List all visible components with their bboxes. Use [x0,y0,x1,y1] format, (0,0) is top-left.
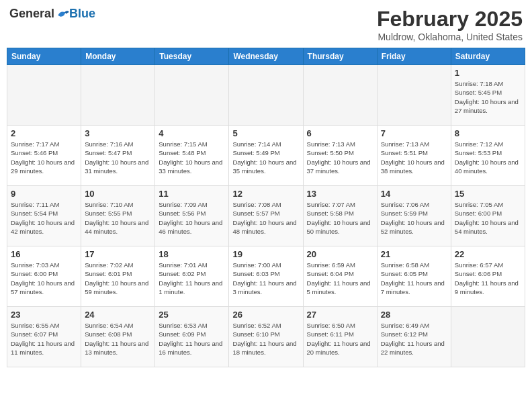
page-header: General Blue February 2025 Muldrow, Okla… [7,7,525,42]
day-number: 20 [307,249,373,259]
calendar-day-cell: 21Sunrise: 6:58 AM Sunset: 6:05 PM Dayli… [377,246,451,307]
calendar-week-row: 1Sunrise: 7:18 AM Sunset: 5:45 PM Daylig… [7,65,525,126]
calendar-day-cell: 2Sunrise: 7:17 AM Sunset: 5:46 PM Daylig… [7,126,81,186]
day-of-week-header: Saturday [451,48,525,65]
day-info: Sunrise: 7:17 AM Sunset: 5:46 PM Dayligh… [11,140,77,175]
calendar-header-row: SundayMondayTuesdayWednesdayThursdayFrid… [7,48,525,65]
day-number: 13 [307,189,373,199]
calendar-day-cell: 28Sunrise: 6:49 AM Sunset: 6:12 PM Dayli… [377,307,451,367]
calendar-day-cell: 8Sunrise: 7:12 AM Sunset: 5:53 PM Daylig… [451,126,525,186]
day-info: Sunrise: 7:07 AM Sunset: 5:58 PM Dayligh… [307,200,373,236]
day-info: Sunrise: 7:03 AM Sunset: 6:00 PM Dayligh… [11,261,77,296]
day-number: 1 [455,68,521,78]
day-number: 7 [381,128,447,138]
day-number: 26 [232,310,299,320]
calendar-day-cell: 7Sunrise: 7:13 AM Sunset: 5:51 PM Daylig… [377,126,451,186]
day-number: 5 [232,128,299,138]
day-number: 25 [159,310,225,320]
day-number: 14 [381,189,447,199]
calendar-table: SundayMondayTuesdayWednesdayThursdayFrid… [7,48,525,367]
calendar-day-cell: 15Sunrise: 7:05 AM Sunset: 6:00 PM Dayli… [451,186,525,246]
day-number: 6 [307,128,373,138]
month-title: February 2025 [377,7,523,32]
logo-bird-icon [56,7,69,21]
day-info: Sunrise: 7:01 AM Sunset: 6:02 PM Dayligh… [159,261,225,296]
day-number: 8 [455,128,521,138]
day-info: Sunrise: 6:53 AM Sunset: 6:09 PM Dayligh… [159,321,225,357]
day-of-week-header: Wednesday [229,48,303,65]
calendar-day-cell [81,65,155,126]
day-number: 11 [159,189,225,199]
calendar-day-cell: 23Sunrise: 6:55 AM Sunset: 6:07 PM Dayli… [7,307,81,367]
day-info: Sunrise: 6:50 AM Sunset: 6:11 PM Dayligh… [307,321,373,357]
calendar-day-cell: 17Sunrise: 7:02 AM Sunset: 6:01 PM Dayli… [81,246,155,307]
day-number: 2 [11,128,77,138]
day-number: 28 [381,310,447,320]
day-info: Sunrise: 6:59 AM Sunset: 6:04 PM Dayligh… [307,261,373,296]
day-info: Sunrise: 7:11 AM Sunset: 5:54 PM Dayligh… [11,200,77,236]
day-info: Sunrise: 7:06 AM Sunset: 5:59 PM Dayligh… [381,200,447,236]
calendar-day-cell: 19Sunrise: 7:00 AM Sunset: 6:03 PM Dayli… [229,246,303,307]
day-number: 12 [232,189,299,199]
calendar-day-cell: 1Sunrise: 7:18 AM Sunset: 5:45 PM Daylig… [451,65,525,126]
day-number: 19 [232,249,299,259]
day-info: Sunrise: 7:14 AM Sunset: 5:49 PM Dayligh… [232,140,299,175]
day-info: Sunrise: 7:12 AM Sunset: 5:53 PM Dayligh… [455,140,521,175]
calendar-week-row: 2Sunrise: 7:17 AM Sunset: 5:46 PM Daylig… [7,126,525,186]
day-number: 24 [85,310,151,320]
day-number: 18 [159,249,225,259]
day-number: 17 [85,249,151,259]
day-number: 27 [307,310,373,320]
day-number: 22 [455,249,521,259]
calendar-week-row: 9Sunrise: 7:11 AM Sunset: 5:54 PM Daylig… [7,186,525,246]
title-section: February 2025 Muldrow, Oklahoma, United … [377,7,523,42]
calendar-day-cell [229,65,303,126]
day-info: Sunrise: 7:16 AM Sunset: 5:47 PM Dayligh… [85,140,151,175]
calendar-day-cell [451,307,525,367]
calendar-day-cell: 11Sunrise: 7:09 AM Sunset: 5:56 PM Dayli… [155,186,229,246]
day-info: Sunrise: 6:54 AM Sunset: 6:08 PM Dayligh… [85,321,151,357]
calendar-day-cell [155,65,229,126]
calendar-day-cell: 22Sunrise: 6:57 AM Sunset: 6:06 PM Dayli… [451,246,525,307]
day-info: Sunrise: 7:02 AM Sunset: 6:01 PM Dayligh… [85,261,151,296]
logo-general-text: General [9,7,54,21]
calendar-week-row: 16Sunrise: 7:03 AM Sunset: 6:00 PM Dayli… [7,246,525,307]
day-info: Sunrise: 7:09 AM Sunset: 5:56 PM Dayligh… [159,200,225,236]
location-text: Muldrow, Oklahoma, United States [377,32,523,42]
calendar-day-cell: 5Sunrise: 7:14 AM Sunset: 5:49 PM Daylig… [229,126,303,186]
day-number: 4 [159,128,225,138]
day-info: Sunrise: 7:18 AM Sunset: 5:45 PM Dayligh… [455,79,521,115]
day-number: 3 [85,128,151,138]
calendar-day-cell: 18Sunrise: 7:01 AM Sunset: 6:02 PM Dayli… [155,246,229,307]
logo: General Blue [9,7,95,21]
calendar-day-cell: 26Sunrise: 6:52 AM Sunset: 6:10 PM Dayli… [229,307,303,367]
day-info: Sunrise: 6:55 AM Sunset: 6:07 PM Dayligh… [11,321,77,357]
calendar-day-cell: 4Sunrise: 7:15 AM Sunset: 5:48 PM Daylig… [155,126,229,186]
calendar-day-cell: 16Sunrise: 7:03 AM Sunset: 6:00 PM Dayli… [7,246,81,307]
calendar-day-cell: 14Sunrise: 7:06 AM Sunset: 5:59 PM Dayli… [377,186,451,246]
day-info: Sunrise: 7:13 AM Sunset: 5:51 PM Dayligh… [381,140,447,175]
day-info: Sunrise: 7:13 AM Sunset: 5:50 PM Dayligh… [307,140,373,175]
day-info: Sunrise: 6:49 AM Sunset: 6:12 PM Dayligh… [381,321,447,357]
day-number: 9 [11,189,77,199]
calendar-day-cell [377,65,451,126]
calendar-day-cell [7,65,81,126]
day-info: Sunrise: 7:15 AM Sunset: 5:48 PM Dayligh… [159,140,225,175]
day-of-week-header: Sunday [7,48,81,65]
day-info: Sunrise: 6:57 AM Sunset: 6:06 PM Dayligh… [455,261,521,296]
day-info: Sunrise: 7:08 AM Sunset: 5:57 PM Dayligh… [232,200,299,236]
calendar-day-cell: 10Sunrise: 7:10 AM Sunset: 5:55 PM Dayli… [81,186,155,246]
day-number: 21 [381,249,447,259]
day-number: 16 [11,249,77,259]
calendar-day-cell: 27Sunrise: 6:50 AM Sunset: 6:11 PM Dayli… [303,307,377,367]
calendar-day-cell: 12Sunrise: 7:08 AM Sunset: 5:57 PM Dayli… [229,186,303,246]
day-of-week-header: Thursday [303,48,377,65]
day-info: Sunrise: 6:58 AM Sunset: 6:05 PM Dayligh… [381,261,447,296]
day-number: 10 [85,189,151,199]
calendar-day-cell [303,65,377,126]
logo-blue-text: Blue [69,7,95,21]
calendar-day-cell: 3Sunrise: 7:16 AM Sunset: 5:47 PM Daylig… [81,126,155,186]
calendar-day-cell: 24Sunrise: 6:54 AM Sunset: 6:08 PM Dayli… [81,307,155,367]
day-of-week-header: Tuesday [155,48,229,65]
day-number: 23 [11,310,77,320]
